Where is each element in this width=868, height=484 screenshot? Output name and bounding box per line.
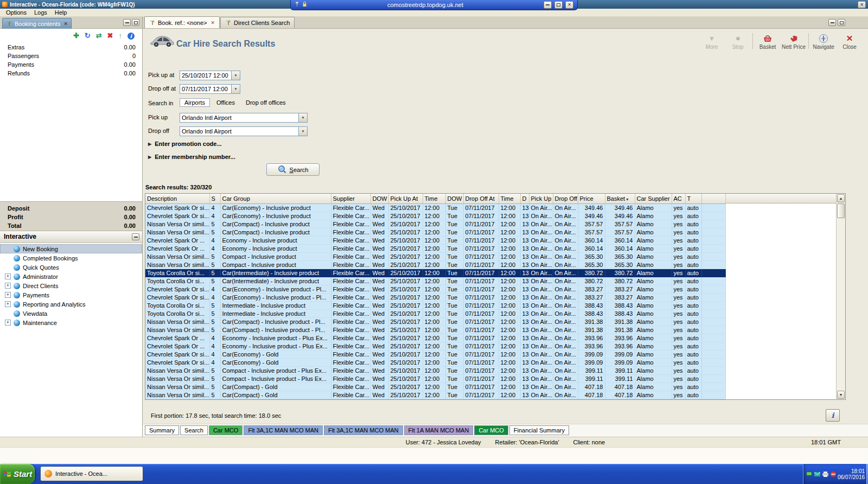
window-close-button[interactable]: ✕ xyxy=(858,1,866,8)
dropoff-at-dropdown-button[interactable]: ▼ xyxy=(231,85,240,93)
table-row[interactable]: Chevrolet Spark Or si...4Car(Economy) - … xyxy=(145,203,725,212)
rdp-restore-button[interactable] xyxy=(554,1,563,9)
taskbar-task[interactable]: Interactive - Ocea... xyxy=(40,466,143,481)
nav-item-administrator[interactable]: +Administrator xyxy=(0,272,142,281)
search-in-tab-airports[interactable]: Airports xyxy=(180,98,210,107)
doc-tab-direct-clients-search[interactable]: Direct Clients Search xyxy=(220,17,295,28)
delete-icon[interactable]: ✖ xyxy=(107,32,113,40)
column-header-dow-4[interactable]: DOW xyxy=(371,194,388,203)
mail-icon[interactable] xyxy=(814,471,821,477)
bottom-tab-flt-1a-man-mco-man[interactable]: Flt 1A MAN MCO MAN xyxy=(404,425,474,435)
dropoff-at-field[interactable]: ▼ xyxy=(180,84,240,94)
table-row[interactable]: Toyota Corolla Or si...5Intermediate - I… xyxy=(145,309,725,317)
table-row[interactable]: Chevrolet Spark Or si...4Car(Economy) - … xyxy=(145,285,725,293)
column-header-ac-16[interactable]: AC xyxy=(672,194,685,203)
table-row[interactable]: Nissan Versa Or simil...5Car(Compact) - … xyxy=(145,326,725,334)
column-header-price-13[interactable]: Price xyxy=(578,194,605,203)
promo-expander[interactable]: ▶ Enter promotion code... xyxy=(148,141,222,147)
table-row[interactable]: Chevrolet Spark Or ...4Economy - Inclusi… xyxy=(145,342,725,350)
table-row[interactable]: Nissan Versa Or simil...5Compact - Inclu… xyxy=(145,374,725,383)
doc-tab-book-ref-none[interactable]: Book. ref.: <none>✕ xyxy=(144,16,220,28)
table-row[interactable]: Nissan Versa Or simil...5Car(Compact) - … xyxy=(145,220,725,228)
column-header-t-17[interactable]: T xyxy=(685,194,701,203)
start-button[interactable]: Start xyxy=(0,464,35,484)
expand-icon[interactable]: + xyxy=(5,292,11,298)
bottom-tab-search[interactable]: Search xyxy=(180,425,208,435)
tab-close-icon[interactable]: ✕ xyxy=(211,20,215,26)
column-header-supplier-3[interactable]: Supplier xyxy=(331,194,371,203)
mdi-minimize-button[interactable] xyxy=(828,19,836,26)
table-row[interactable]: Nissan Versa Or simil...5Compact - Inclu… xyxy=(145,366,725,374)
pickup-at-field[interactable]: ▼ xyxy=(180,71,240,80)
nav-item-new-booking[interactable]: New Booking xyxy=(0,244,142,253)
bottom-tab-financial-summary[interactable]: Financial Summary xyxy=(509,425,569,435)
navigate-button[interactable]: Navigate xyxy=(810,31,837,51)
results-scrollbar[interactable]: ▲ ▼ xyxy=(836,194,845,399)
rdp-close-button[interactable]: ✕ xyxy=(565,1,573,9)
transfer-icon[interactable]: ⇄ xyxy=(96,32,102,40)
column-header-pick-up-11[interactable]: Pick Up xyxy=(529,194,553,203)
menu-item-help[interactable]: Help xyxy=(51,9,71,16)
expand-icon[interactable]: + xyxy=(5,301,11,307)
column-header-pick-up-at-5[interactable]: Pick Up At xyxy=(388,194,423,203)
dropoff-combo[interactable]: ▼ xyxy=(180,126,308,136)
column-header-car-group-2[interactable]: Car Group xyxy=(220,194,331,203)
nav-item-quick-quotes[interactable]: Quick Quotes xyxy=(0,263,142,272)
bottom-tab-summary[interactable]: Summary xyxy=(145,425,179,435)
table-row[interactable]: Nissan Versa Or simil...5Compact - Inclu… xyxy=(145,260,725,269)
membership-expander[interactable]: ▶ Enter membership number... xyxy=(148,154,235,160)
nav-collapse-button[interactable] xyxy=(132,233,139,240)
table-row[interactable]: Toyota Corolla Or si...5Car(Intermediate… xyxy=(145,277,725,285)
alert-icon[interactable] xyxy=(830,471,837,477)
table-row[interactable]: Nissan Versa Or simil...5Car(Compact) - … xyxy=(145,317,725,326)
table-row[interactable]: Chevrolet Spark Or ...4Economy - Inclusi… xyxy=(145,334,725,342)
nav-item-completed-bookings[interactable]: Completed Bookings xyxy=(0,253,142,263)
info-icon[interactable]: i xyxy=(127,33,135,40)
table-row[interactable]: Chevrolet Spark Or ...4Economy - Inclusi… xyxy=(145,244,725,252)
bottom-tab-car-mco[interactable]: Car MCO xyxy=(209,425,242,435)
booking-contents-tab[interactable]: Booking contents ✕ xyxy=(2,18,72,29)
nav-item-payments[interactable]: +Payments xyxy=(0,290,142,300)
scroll-up-button[interactable]: ▲ xyxy=(837,194,845,202)
pickup-at-dropdown-button[interactable]: ▼ xyxy=(231,71,240,80)
mdi-maximize-button[interactable] xyxy=(838,19,845,26)
table-row[interactable]: Chevrolet Spark Or si...4Car(Economy) - … xyxy=(145,293,725,301)
pickup-combo-input[interactable] xyxy=(180,113,298,122)
table-row[interactable]: Toyota Corolla Or si...5Car(Intermediate… xyxy=(145,269,725,277)
scroll-down-button[interactable]: ▼ xyxy=(837,391,845,399)
pickup-combo[interactable]: ▼ xyxy=(180,113,308,123)
pin-icon[interactable] xyxy=(295,1,299,9)
expand-icon[interactable]: + xyxy=(5,320,11,326)
close-button[interactable]: ✕Close xyxy=(837,31,863,51)
rdp-minimize-button[interactable] xyxy=(544,1,552,9)
nett-price-button[interactable]: Nett Price xyxy=(781,31,807,51)
basket-button[interactable]: Basket xyxy=(755,31,781,51)
info-button[interactable]: i xyxy=(826,409,840,422)
column-header-description-0[interactable]: Description xyxy=(145,194,209,203)
search-button[interactable]: Search xyxy=(266,163,320,176)
expand-icon[interactable]: + xyxy=(5,283,11,289)
table-row[interactable]: Nissan Versa Or simil...5Car(Compact) - … xyxy=(145,383,725,391)
dropoff-combo-input[interactable] xyxy=(180,127,298,136)
table-row[interactable]: Chevrolet Spark Or si...4Car(Economy) - … xyxy=(145,358,725,366)
column-header-basket-14[interactable]: Basket▾ xyxy=(605,194,635,203)
add-icon[interactable]: ✚ xyxy=(73,32,79,40)
dropoff-at-input[interactable] xyxy=(180,85,231,93)
column-header-time-9[interactable]: Time xyxy=(499,194,520,203)
refresh-icon[interactable]: ↻ xyxy=(85,32,91,40)
search-in-tab-offices[interactable]: Offices xyxy=(212,99,239,106)
nav-item-reporting-and-analytics[interactable]: +Reporting and Analytics xyxy=(0,300,142,309)
expand-icon[interactable]: + xyxy=(5,273,11,279)
table-row[interactable]: Chevrolet Spark Or si...4Car(Economy) - … xyxy=(145,212,725,220)
table-row[interactable]: Nissan Versa Or simil...5Car(Compact) - … xyxy=(145,391,725,399)
search-in-tab-drop-off-offices[interactable]: Drop off offices xyxy=(241,99,290,106)
dropoff-combo-dropdown-button[interactable]: ▼ xyxy=(298,127,307,136)
upload-icon[interactable]: ↑ xyxy=(119,32,123,40)
bottom-tab-flt-3a-1c-man-mco-man[interactable]: Flt 3A,1C MAN MCO MAN xyxy=(244,425,323,435)
tab-close-icon[interactable]: ✕ xyxy=(63,21,68,27)
column-header-s-1[interactable]: S xyxy=(209,194,220,203)
nav-item-viewdata[interactable]: Viewdata xyxy=(0,309,142,318)
table-row[interactable]: Toyota Corolla Or si...5Intermediate - I… xyxy=(145,301,725,309)
table-row[interactable]: Chevrolet Spark Or ...4Economy - Inclusi… xyxy=(145,236,725,244)
panel-maximize-button[interactable] xyxy=(132,19,139,26)
